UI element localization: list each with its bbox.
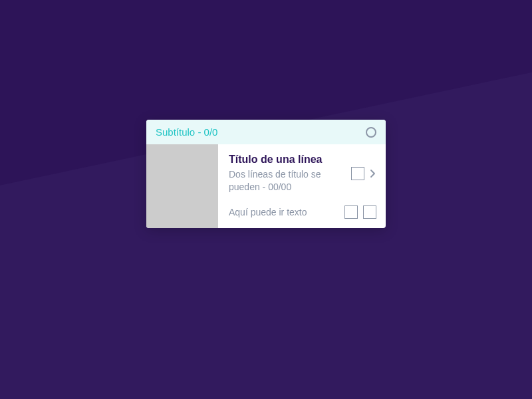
text-block: Título de una línea Dos líneas de título… [229, 154, 344, 194]
card: Subtítulo - 0/0 Título de una línea Dos … [146, 120, 386, 228]
main-controls [351, 167, 376, 180]
content: Título de una línea Dos líneas de título… [218, 144, 386, 228]
card-body: Título de una línea Dos líneas de título… [146, 144, 386, 228]
footer-row: Aquí puede ir texto [229, 205, 376, 219]
image-placeholder [146, 144, 218, 228]
subtitle-text: Subtítulo - 0/0 [156, 126, 217, 138]
description: Dos líneas de título se pueden - 00/00 [229, 168, 344, 194]
card-header: Subtítulo - 0/0 [146, 120, 386, 144]
box-icon[interactable] [363, 205, 376, 219]
checkbox-icon[interactable] [351, 167, 364, 180]
box-icon[interactable] [344, 205, 358, 219]
main-row: Título de una línea Dos líneas de título… [229, 154, 376, 194]
title: Título de una línea [229, 154, 344, 166]
circle-icon[interactable] [366, 127, 376, 138]
footer-controls [344, 205, 376, 219]
footer-text: Aquí puede ir texto [229, 207, 307, 217]
chevron-right-icon[interactable] [370, 169, 376, 178]
